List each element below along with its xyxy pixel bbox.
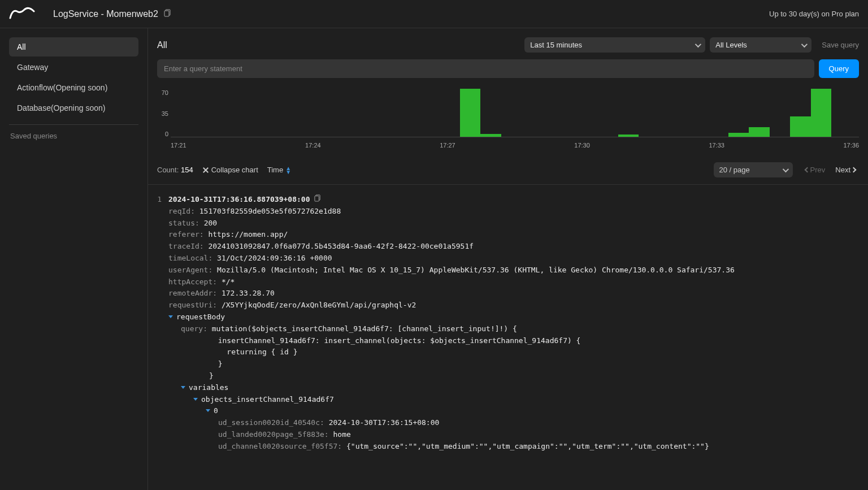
content-title: All <box>157 40 167 50</box>
chart-bar[interactable] <box>811 89 832 137</box>
page-title: LogService - Momenweb2 <box>53 9 158 19</box>
caret-icon <box>181 386 185 389</box>
variables-node[interactable]: variables <box>168 382 859 394</box>
caret-icon <box>168 315 173 318</box>
log-remoteaddr: 172.33.28.70 <box>222 289 275 297</box>
query-input[interactable] <box>157 59 814 78</box>
chart-y-axis: 70 35 0 <box>157 89 171 137</box>
chevron-right-icon <box>851 167 857 173</box>
page-size-dropdown[interactable]: 20 / page <box>714 162 793 177</box>
log-traceid: 20241031092847.0f6a077d.5b453d84-9aa6-42… <box>208 242 474 250</box>
sidebar-item-database[interactable]: Database(Opening soon) <box>9 98 138 118</box>
save-query-link[interactable]: Save query <box>822 41 859 49</box>
sidebar-item-actionflow[interactable]: Actionflow(Opening soon) <box>9 78 138 97</box>
pager: Prev Next <box>802 163 859 176</box>
log-area: 1 2024-10-31T17:36:16.887039+08:00 reqId… <box>148 184 868 490</box>
chevron-down-icon <box>801 41 808 47</box>
chevron-left-icon <box>804 167 810 173</box>
query-button[interactable]: Query <box>819 59 859 78</box>
chart-area: 70 35 0 17:21 17:24 17:27 17:30 17:33 17… <box>148 84 868 154</box>
log-entry: 1 2024-10-31T17:36:16.887039+08:00 reqId… <box>157 194 859 453</box>
log-var-landed: home <box>333 430 351 439</box>
sidebar-divider <box>9 124 138 125</box>
sidebar: All Gateway Actionflow(Opening soon) Dat… <box>0 28 148 490</box>
copy-icon[interactable] <box>314 194 322 206</box>
caret-icon <box>206 409 210 412</box>
time-range-dropdown[interactable]: Last 15 minutes <box>524 37 705 53</box>
caret-icon <box>193 398 198 401</box>
log-var-session: 2024-10-30T17:36:15+08:00 <box>329 418 440 427</box>
objects-node[interactable]: objects_insertChannel_914ad6f7 <box>168 394 859 406</box>
requestbody-node[interactable]: requestBody <box>168 311 859 323</box>
time-range-value: Last 15 minutes <box>530 41 582 49</box>
svg-rect-3 <box>315 196 319 201</box>
sidebar-item-all[interactable]: All <box>9 37 138 57</box>
log-requesturi: /X5YYjkqOodE/zero/AxQnl8eGYml/api/graphq… <box>222 301 416 309</box>
app-logo <box>9 7 36 21</box>
log-useragent: Mozilla/5.0 (Macintosh; Intel Mac OS X 1… <box>217 266 735 274</box>
log-httpaccept: */* <box>222 277 235 286</box>
plan-text: Up to 30 day(s) on Pro plan <box>769 10 859 18</box>
chart-bar[interactable] <box>618 135 639 137</box>
next-button[interactable]: Next <box>832 163 859 176</box>
chart-plot[interactable] <box>171 89 859 137</box>
count-value: 154 <box>181 166 193 174</box>
svg-rect-1 <box>164 11 169 16</box>
topbar: LogService - Momenweb2 Up to 30 day(s) o… <box>0 0 868 28</box>
sidebar-item-gateway[interactable]: Gateway <box>9 58 138 77</box>
saved-queries-label: Saved queries <box>9 132 138 140</box>
content: All Last 15 minutes All Levels Save quer… <box>148 28 868 490</box>
chevron-down-icon <box>782 166 788 172</box>
array-index-node[interactable]: 0 <box>168 405 859 417</box>
level-value: All Levels <box>715 41 747 49</box>
log-query-line: mutation($objects_insertChannel_914ad6f7… <box>212 324 517 333</box>
chevron-down-icon <box>695 41 701 47</box>
chart-bar[interactable] <box>728 133 749 137</box>
collapse-chart-button[interactable]: Collapse chart <box>202 166 258 174</box>
time-sort-button[interactable]: Time ▲▼ <box>267 166 291 174</box>
log-timestamp: 2024-10-31T17:36:16.887039+08:00 <box>168 194 310 206</box>
chart-bar[interactable] <box>749 127 770 137</box>
copy-icon[interactable] <box>164 9 172 19</box>
log-index: 1 <box>157 194 162 453</box>
chart-bar[interactable] <box>790 116 811 137</box>
chart-bar[interactable] <box>480 134 501 137</box>
level-dropdown[interactable]: All Levels <box>710 37 811 53</box>
log-referer: https://momen.app/ <box>208 230 288 239</box>
count-label: Count: <box>157 166 179 174</box>
chart-x-axis: 17:21 17:24 17:27 17:30 17:33 17:36 <box>171 137 859 149</box>
prev-button[interactable]: Prev <box>802 163 829 176</box>
controls-row: Count: 154 Collapse chart Time ▲▼ 20 / p… <box>148 154 868 184</box>
log-reqid: 151703f82559de053e5f0572762e1d88 <box>199 207 341 215</box>
log-timelocal: 31/Oct/2024:09:36:16 +0000 <box>217 254 332 262</box>
log-var-channel: {"utm_source":"","utm_medium":"","utm_ca… <box>346 442 709 450</box>
log-status: 200 <box>204 219 217 227</box>
sort-icon: ▲▼ <box>285 166 291 174</box>
chart-bar[interactable] <box>460 89 481 137</box>
close-icon <box>202 167 209 174</box>
